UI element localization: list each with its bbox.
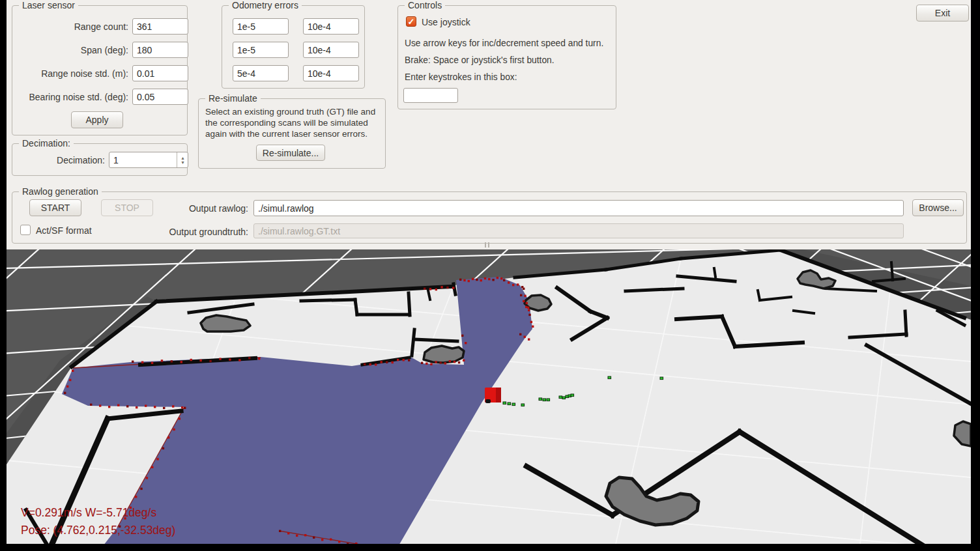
rawlog-generation-group: Rawlog generation START STOP Output rawl… [12,191,967,244]
resimulate-description: Select an existing ground truth (GT) fil… [205,106,380,139]
output-rawlog-label: Output rawlog: [156,203,248,214]
actsf-format-label[interactable]: Act/SF format [36,225,92,236]
odometry-errors-group: Odometry errors [222,5,365,89]
simulator-window: Laser sensor Range count: Span (deg): Ra… [7,0,971,551]
actsf-format-checkbox[interactable] [20,225,31,235]
controls-instruction-2: Brake: Space or joystick's first button. [405,55,555,65]
use-joystick-checkbox[interactable]: ✓ [406,16,416,27]
rawlog-generation-title: Rawlog generation [19,186,102,197]
splitter-grip[interactable] [481,242,493,247]
controls-group: Controls ✓ Use joystick Use arrow keys f… [397,5,616,109]
odometry-error-field-1[interactable] [233,18,289,35]
robot [485,388,501,403]
odometry-error-field-2[interactable] [303,18,359,35]
laser-sensor-group: Laser sensor Range count: Span (deg): Ra… [12,5,188,135]
apply-button[interactable]: Apply [71,111,123,128]
range-count-field[interactable] [132,18,188,35]
decimation-title: Decimation: [19,138,74,149]
odometry-error-field-4[interactable] [303,42,359,58]
simulation-3d-view[interactable]: V=0.291m/s W=-5.71deg/s Pose: (4.762,0.2… [7,249,971,544]
resimulate-button[interactable]: Re-simulate... [256,145,325,161]
controls-title: Controls [405,0,445,11]
range-count-label: Range count: [15,21,128,32]
hud-velocity-text: V=0.291m/s W=-5.71deg/s [21,506,156,519]
resimulate-title: Re-simulate [205,93,261,104]
hud-pose-text: Pose: (4.762,0.215,-32.53deg) [21,524,175,537]
keystroke-input[interactable] [403,88,458,103]
output-groundtruth-label: Output groundtruth: [143,227,248,237]
resimulate-group: Re-simulate Select an existing ground tr… [198,98,386,169]
span-field[interactable] [132,42,188,58]
output-groundtruth-field [253,223,904,238]
exit-button[interactable]: Exit [916,5,969,21]
odometry-error-field-3[interactable] [233,42,289,58]
output-rawlog-field[interactable] [253,200,904,216]
odometry-error-field-5[interactable] [233,65,289,81]
browse-button[interactable]: Browse... [912,199,964,216]
decimation-label: Decimation: [15,155,105,165]
laser-sensor-title: Laser sensor [19,0,78,11]
range-noise-label: Range noise std. (m): [15,68,128,79]
controls-instruction-3: Enter keystrokes in this box: [405,72,517,82]
odometry-errors-title: Odometry errors [229,0,302,11]
check-icon: ✓ [408,17,415,27]
range-noise-field[interactable] [132,65,188,81]
spinner-arrows[interactable]: ▴ ▾ [177,152,188,167]
robot-wheel [485,399,491,403]
bearing-noise-label: Bearing noise std. (deg): [15,92,128,102]
bearing-noise-field[interactable] [132,89,188,105]
settings-panel: Laser sensor Range count: Span (deg): Ra… [7,0,971,250]
odometry-error-field-6[interactable] [303,65,359,81]
start-button[interactable]: START [29,199,81,216]
stop-button[interactable]: STOP [101,199,153,216]
use-joystick-label[interactable]: Use joystick [422,17,470,27]
decimation-group: Decimation: Decimation: ▴ ▾ [12,143,188,176]
controls-instruction-1: Use arrow keys for inc/decrement speed a… [405,38,603,48]
spinner-down-icon[interactable]: ▾ [181,160,184,165]
obstacle-blob [424,346,464,363]
span-label: Span (deg): [15,45,128,55]
